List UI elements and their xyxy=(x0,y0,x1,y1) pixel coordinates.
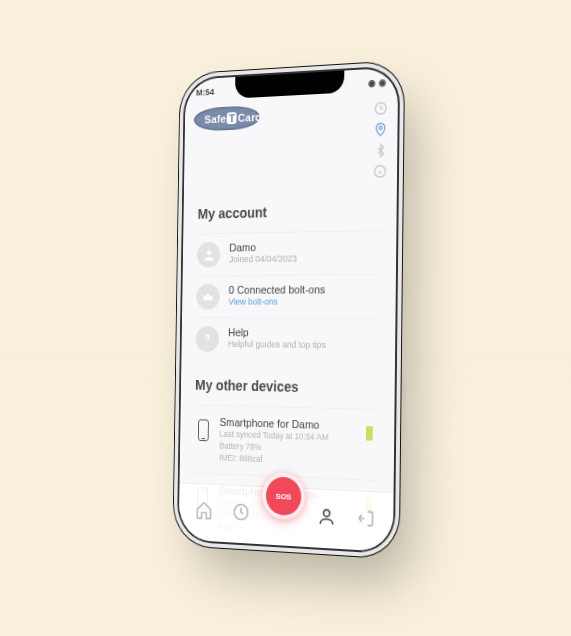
profile-joined: Joined 04/04/2023 xyxy=(229,252,381,264)
battery-icon xyxy=(365,426,372,441)
brand-logo: SafeTCard xyxy=(193,105,260,132)
status-time: M:54 xyxy=(195,87,213,98)
header-side-icons xyxy=(372,98,387,179)
svg-point-6 xyxy=(323,509,329,516)
section-my-account: My account xyxy=(197,201,381,221)
device-row[interactable]: Smartphone for Damo Last synced Today at… xyxy=(193,404,378,480)
account-profile-row[interactable]: Damo Joined 04/04/2023 xyxy=(196,230,380,275)
nav-history[interactable] xyxy=(227,496,255,527)
section-my-devices: My other devices xyxy=(195,377,379,397)
user-icon xyxy=(196,242,220,268)
clock-icon[interactable] xyxy=(373,100,388,116)
nav-account[interactable] xyxy=(311,500,340,532)
account-help-row[interactable]: Help Helpful guides and top tips xyxy=(195,317,379,361)
status-right: ◉ ◉ xyxy=(368,77,386,88)
crown-icon xyxy=(196,284,220,310)
bluetooth-icon[interactable] xyxy=(373,143,387,158)
location-icon[interactable] xyxy=(373,122,388,138)
boltons-link[interactable]: View bolt-ons xyxy=(228,296,380,306)
account-boltons-row[interactable]: 0 Connected bolt-ons View bolt-ons xyxy=(196,274,380,318)
nav-home[interactable] xyxy=(190,494,217,525)
help-icon xyxy=(195,326,219,352)
phone-frame: M:54 ◉ ◉ SafeTCard xyxy=(178,67,398,552)
nav-logout[interactable] xyxy=(350,502,379,534)
profile-name: Damo xyxy=(229,239,381,253)
boltons-title: 0 Connected bolt-ons xyxy=(228,283,380,296)
help-sub: Helpful guides and top tips xyxy=(227,339,379,350)
info-icon[interactable] xyxy=(372,163,387,179)
phone-icon xyxy=(197,419,208,441)
help-title: Help xyxy=(228,326,380,339)
svg-point-4 xyxy=(206,342,207,343)
svg-point-3 xyxy=(206,250,211,255)
sos-label: SOS xyxy=(275,491,291,501)
svg-point-1 xyxy=(379,126,382,129)
